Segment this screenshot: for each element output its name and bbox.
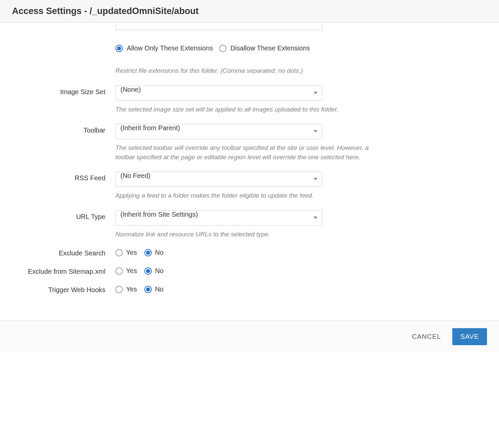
url-type-help: Normalize link and resource URLs to the … [115,230,376,239]
trigger-web-hooks-no[interactable]: No [144,285,164,293]
extensions-input-row [12,23,487,30]
radio-icon [115,286,123,293]
extensions-help-text: Restrict file extensions for this folder… [12,66,487,75]
file-extensions-input[interactable] [115,24,322,30]
save-button[interactable]: SAVE [452,328,487,345]
rss-feed-label: RSS Feed [12,172,115,182]
allow-extensions-label: Allow Only These Extensions [127,44,213,52]
exclude-search-label: Exclude Search [12,249,115,257]
disallow-extensions-radio[interactable]: Disallow These Extensions [219,44,310,52]
image-size-set-row: Image Size Set (None) The selected image… [12,85,487,114]
radio-icon [115,267,123,275]
url-type-row: URL Type (Inherit from Site Settings) No… [12,210,487,239]
trigger-web-hooks-row: Trigger Web Hooks Yes No [12,285,487,294]
exclude-sitemap-no[interactable]: No [144,267,164,275]
exclude-search-group: Yes No [115,249,376,256]
form-body: Allow Only These Extensions Disallow The… [0,23,499,306]
trigger-web-hooks-yes[interactable]: Yes [115,285,137,293]
exclude-sitemap-row: Exclude from Sitemap.xml Yes No [12,267,487,275]
radio-icon [144,267,152,275]
radio-icon [115,249,123,256]
image-size-set-label: Image Size Set [12,85,115,96]
image-size-set-value: (None) [115,85,322,101]
url-type-value: (Inherit from Site Settings) [115,210,322,226]
radio-icon [219,45,226,52]
exclude-sitemap-label: Exclude from Sitemap.xml [12,267,115,275]
radio-icon [144,249,152,256]
exclude-sitemap-group: Yes No [115,267,376,275]
exclude-search-row: Exclude Search Yes No [12,249,487,257]
image-size-set-help: The selected image size set will be appl… [115,105,376,114]
toolbar-help: The selected toolbar will override any t… [115,143,376,162]
toolbar-value: (Inherit from Parent) [115,124,322,139]
rss-feed-value: (No Feed) [115,172,322,187]
cancel-button[interactable]: CANCEL [410,329,443,344]
image-size-set-select[interactable]: (None) [115,85,322,101]
allow-extensions-radio[interactable]: Allow Only These Extensions [115,44,213,52]
radio-icon [115,45,123,52]
url-type-label: URL Type [12,210,115,221]
toolbar-label: Toolbar [12,124,115,134]
rss-feed-row: RSS Feed (No Feed) Applying a feed to a … [12,172,487,200]
rss-feed-help: Applying a feed to a folder makes the fo… [115,191,376,200]
page-title: Access Settings - /_updatedOmniSite/abou… [12,6,487,16]
toolbar-select[interactable]: (Inherit from Parent) [115,124,322,139]
trigger-web-hooks-group: Yes No [115,285,376,293]
toolbar-row: Toolbar (Inherit from Parent) The select… [12,124,487,162]
url-type-select[interactable]: (Inherit from Site Settings) [115,210,322,226]
exclude-search-no[interactable]: No [144,249,164,256]
disallow-extensions-label: Disallow These Extensions [230,44,310,52]
radio-icon [144,286,152,293]
exclude-sitemap-yes[interactable]: Yes [115,267,137,275]
trigger-web-hooks-label: Trigger Web Hooks [12,285,115,294]
rss-feed-select[interactable]: (No Feed) [115,172,322,187]
extensions-mode-group: Allow Only These Extensions Disallow The… [12,44,487,52]
dialog-header: Access Settings - /_updatedOmniSite/abou… [0,0,499,23]
exclude-search-yes[interactable]: Yes [115,249,137,256]
dialog-footer: CANCEL SAVE [0,320,499,353]
